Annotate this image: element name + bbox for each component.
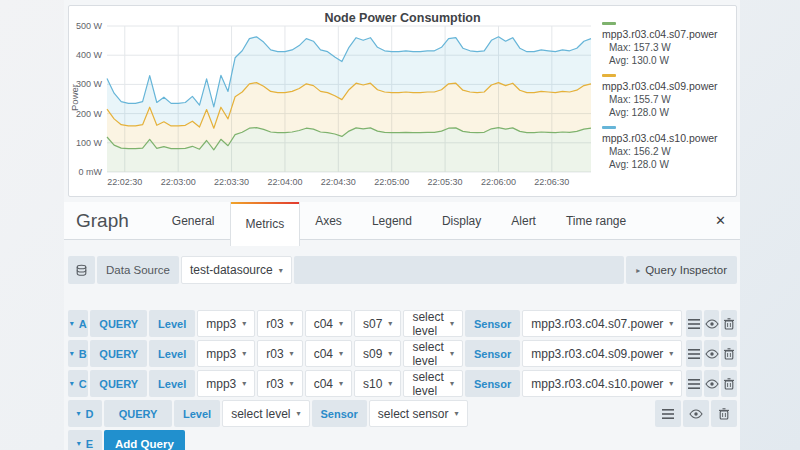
query-action-label-label: QUERY	[99, 348, 138, 360]
level-select-0[interactable]: mpp3▾	[197, 310, 255, 337]
legend-series-name[interactable]: mpp3.r03.c04.s10.power	[602, 132, 730, 145]
query-collapse-toggle-A[interactable]: ▾A	[68, 310, 88, 337]
legend-series-max: Max: 156.2 W	[602, 145, 730, 158]
sensor-label-label: Sensor	[474, 348, 511, 360]
delete-query-button[interactable]	[721, 310, 737, 337]
level-select-2[interactable]: c04▾	[305, 340, 352, 367]
add-query-row: ▾EAdd Query	[68, 430, 737, 450]
chevron-down-icon: ▾	[77, 439, 81, 448]
datasource-select[interactable]: test-datasource ▾	[181, 256, 292, 284]
level-select-0[interactable]: mpp3▾	[197, 340, 255, 367]
select-sensor-dropdown[interactable]: select sensor▾	[369, 400, 468, 427]
level-select-1[interactable]: r03▾	[257, 340, 302, 367]
level-select-3[interactable]: s07▾	[354, 310, 401, 337]
sensor-value-dropdown-label: mpp3.r03.c04.s10.power	[531, 377, 663, 391]
query-menu-button[interactable]	[686, 370, 702, 397]
tab-metrics[interactable]: Metrics	[230, 202, 301, 246]
query-letter: A	[79, 318, 87, 330]
select-sensor-dropdown-label: select sensor	[378, 407, 449, 421]
level-select-3[interactable]: s09▾	[354, 340, 401, 367]
level-select-2[interactable]: c04▾	[305, 310, 352, 337]
select-level-dropdown-label: select level	[412, 370, 444, 398]
legend-series-color-dash	[602, 126, 616, 129]
svg-text:22:04:00: 22:04:00	[267, 177, 302, 187]
level-label-label: Level	[183, 408, 211, 420]
close-icon[interactable]: ✕	[715, 213, 726, 228]
legend-series-name[interactable]: mpp3.r03.c04.s09.power	[602, 80, 730, 93]
svg-text:0 mW: 0 mW	[79, 167, 103, 177]
level-label: Level	[149, 340, 195, 367]
query-collapse-toggle-C[interactable]: ▾C	[68, 370, 88, 397]
query-collapse-toggle-B[interactable]: ▾B	[68, 340, 88, 367]
legend-series-max: Max: 157.3 W	[602, 41, 730, 54]
legend-series-name[interactable]: mpp3.r03.c04.s07.power	[602, 28, 730, 41]
chevron-down-icon: ▾	[290, 379, 294, 388]
sensor-value-dropdown[interactable]: mpp3.r03.c04.s10.power▾	[522, 370, 682, 397]
toggle-visibility-button[interactable]	[704, 310, 720, 337]
delete-query-button[interactable]	[711, 400, 737, 427]
svg-text:22:04:30: 22:04:30	[321, 177, 356, 187]
select-level-dropdown[interactable]: select level▾	[403, 340, 463, 367]
row-spacer	[470, 400, 653, 427]
chevron-down-icon: ▾	[339, 349, 343, 358]
chevron-down-icon: ▾	[290, 349, 294, 358]
query-menu-button[interactable]	[686, 310, 702, 337]
sensor-value-dropdown[interactable]: mpp3.r03.c04.s09.power▾	[522, 340, 682, 367]
tab-alert[interactable]: Alert	[496, 202, 551, 240]
chevron-down-icon: ▾	[339, 319, 343, 328]
datasource-row: Data Source test-datasource ▾ ▸ Query In…	[68, 256, 737, 284]
select-level-dropdown[interactable]: select level▾	[403, 310, 463, 337]
chart-legend: mpp3.r03.c04.s07.powerMax: 157.3 WAvg: 1…	[602, 22, 730, 178]
svg-text:100 W: 100 W	[76, 138, 103, 148]
svg-text:500 W: 500 W	[76, 21, 103, 31]
level-select-2-label: c04	[314, 347, 333, 361]
tab-axes[interactable]: Axes	[300, 202, 357, 240]
legend-item[interactable]: mpp3.r03.c04.s09.powerMax: 155.7 WAvg: 1…	[602, 74, 730, 119]
select-level-dropdown-label: select level	[412, 310, 444, 338]
sensor-label: Sensor	[465, 340, 520, 367]
toggle-visibility-button[interactable]	[704, 370, 720, 397]
chevron-down-icon: ▾	[242, 379, 246, 388]
toggle-visibility-button[interactable]	[704, 340, 720, 367]
tab-display[interactable]: Display	[427, 202, 496, 240]
level-select-1[interactable]: r03▾	[257, 310, 302, 337]
add-query-button[interactable]: Add Query	[104, 430, 185, 450]
tab-legend[interactable]: Legend	[357, 202, 427, 240]
chevron-down-icon: ▾	[669, 379, 673, 388]
level-label: Level	[174, 400, 220, 427]
y-axis-label: Power	[69, 63, 80, 133]
level-select-3[interactable]: s10▾	[354, 370, 401, 397]
query-row-C: ▾CQUERYLevelmpp3▾r03▾c04▾s10▾select leve…	[68, 370, 737, 397]
level-label-label: Level	[158, 348, 186, 360]
delete-query-button[interactable]	[721, 340, 737, 367]
query-menu-button[interactable]	[686, 340, 702, 367]
select-level-dropdown-label: select level	[231, 407, 290, 421]
chevron-right-icon: ▸	[636, 266, 640, 275]
level-select-1[interactable]: r03▾	[257, 370, 302, 397]
level-select-0[interactable]: mpp3▾	[197, 370, 255, 397]
tab-general[interactable]: General	[157, 202, 230, 240]
select-level-dropdown[interactable]: select level▾	[222, 400, 309, 427]
query-collapse-toggle-E[interactable]: ▾E	[68, 430, 102, 450]
query-row-B: ▾BQUERYLevelmpp3▾r03▾c04▾s09▾select leve…	[68, 340, 737, 367]
query-collapse-toggle-D[interactable]: ▾D	[68, 400, 102, 427]
select-level-dropdown[interactable]: select level▾	[403, 370, 463, 397]
chevron-down-icon: ▾	[70, 319, 74, 328]
query-menu-button[interactable]	[655, 400, 681, 427]
delete-query-button[interactable]	[721, 370, 737, 397]
toggle-visibility-button[interactable]	[683, 400, 709, 427]
legend-series-color-dash	[602, 74, 616, 77]
legend-item[interactable]: mpp3.r03.c04.s07.powerMax: 157.3 WAvg: 1…	[602, 22, 730, 67]
query-action-label: QUERY	[90, 340, 147, 367]
sensor-value-dropdown-label: mpp3.r03.c04.s09.power	[531, 347, 663, 361]
query-inspector-button[interactable]: ▸ Query Inspector	[626, 256, 737, 284]
tab-time-range[interactable]: Time range	[551, 202, 641, 240]
sensor-value-dropdown[interactable]: mpp3.r03.c04.s07.power▾	[522, 310, 682, 337]
legend-item[interactable]: mpp3.r03.c04.s10.powerMax: 156.2 WAvg: 1…	[602, 126, 730, 171]
level-select-2[interactable]: c04▾	[305, 370, 352, 397]
chevron-down-icon: ▾	[669, 319, 673, 328]
chevron-down-icon: ▾	[450, 349, 454, 358]
query-letter: D	[86, 408, 94, 420]
database-icon	[68, 256, 95, 284]
editor-tabs: GeneralMetricsAxesLegendDisplayAlertTime…	[157, 202, 641, 240]
